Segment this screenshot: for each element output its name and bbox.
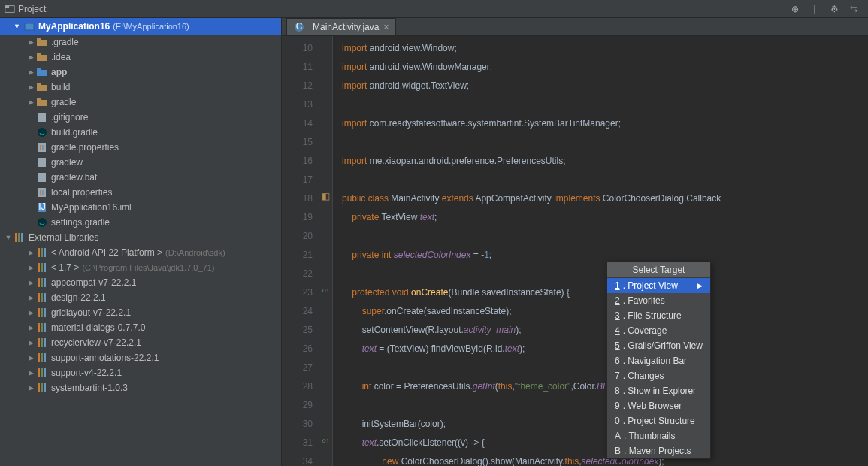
ext-lib-item[interactable]: ▶design-22.2.1 [0,290,281,305]
tree-item[interactable]: ▶gradle [0,95,281,110]
editor-tab[interactable]: C MainActivity.java × [286,18,396,35]
popup-title: Select Target [607,262,710,278]
svg-rect-28 [38,293,40,302]
library-icon [36,322,48,334]
svg-rect-40 [38,353,40,362]
ext-lib-item[interactable]: ▶gridlayout-v7-22.2.1 [0,305,281,320]
file-icon [36,156,48,168]
popup-item-grails-griffon-view[interactable]: 5. Grails/Griffon View [607,338,710,353]
tree-item[interactable]: local.properties [0,185,281,200]
project-icon [5,4,15,14]
editor-tabs: C MainActivity.java × [282,18,868,36]
svg-rect-45 [44,368,46,377]
ext-lib-item[interactable]: ▶< Android API 22 Platform > (D:\Android… [0,245,281,260]
tree-item[interactable]: .gitignore [0,110,281,125]
ext-lib-item[interactable]: ▶< 1.7 > (C:\Program Files\Java\jdk1.7.0… [0,260,281,275]
iml-icon: IJ [36,201,48,213]
tree-item[interactable]: ▶build [0,80,281,95]
popup-item-coverage[interactable]: 4. Coverage [607,323,710,338]
library-icon [36,262,48,274]
line-gutter: 1011121314151617181920212223242526272829… [282,36,319,466]
project-tree[interactable]: ▼ MyApplication16 (E:\MyApplication16) ▶… [0,18,282,466]
code-editor[interactable]: 1011121314151617181920212223242526272829… [282,36,868,466]
popup-item-thumbnails[interactable]: A. Thumbnails [607,428,710,443]
ext-lib-item[interactable]: ▶material-dialogs-0.7.7.0 [0,320,281,335]
props-icon [36,186,48,198]
file-icon [36,171,48,183]
popup-item-file-structure[interactable]: 3. File Structure [607,308,710,323]
svg-rect-30 [44,293,46,302]
popup-item-favorites[interactable]: 2. Favorites [607,293,710,308]
target-icon[interactable]: ⊕ [788,2,802,16]
popup-item-maven-projects[interactable]: B. Maven Projects [607,443,710,458]
tree-label: local.properties [51,187,112,198]
svg-rect-44 [41,368,43,377]
gutter-marks: ◧o↑o↑ [319,36,333,466]
svg-rect-21 [44,248,46,257]
select-target-popup: Select Target 1. Project View▶2. Favorit… [606,262,711,459]
svg-rect-12 [42,190,44,195]
folder-icon [36,51,48,63]
tree-label: gradle.properties [51,142,119,153]
tree-item[interactable]: gradlew.bat [0,170,281,185]
tree-item[interactable]: settings.gradle [0,215,281,230]
svg-rect-37 [38,338,40,347]
gear-icon[interactable]: ⚙ [827,2,841,16]
tree-item[interactable]: ▶.idea [0,50,281,65]
close-icon[interactable]: × [383,22,389,32]
lib-label: < Android API 22 Platform > [51,247,162,258]
popup-item-project-view[interactable]: 1. Project View▶ [607,278,710,293]
svg-rect-27 [44,278,46,287]
svg-rect-35 [41,323,43,332]
popup-item-show-in-explorer[interactable]: 8. Show in Explorer [607,383,710,398]
popup-item-project-structure[interactable]: 0. Project Structure [607,413,710,428]
tree-item[interactable]: ▶.gradle [0,35,281,50]
popup-item-navigation-bar[interactable]: 6. Navigation Bar [607,353,710,368]
svg-rect-22 [38,263,40,272]
tree-item[interactable]: ▶app [0,65,281,80]
tree-item[interactable]: IJMyApplication16.iml [0,200,281,215]
library-icon [36,292,48,304]
svg-rect-7 [42,145,44,150]
svg-rect-17 [18,233,20,242]
tree-item[interactable]: build.gradle [0,125,281,140]
code-content[interactable]: import android.view.Window;import androi… [333,36,868,466]
module-icon [23,20,35,32]
ext-lib-item[interactable]: ▶systembartint-1.0.3 [0,380,281,395]
popup-item-web-browser[interactable]: 9. Web Browser [607,398,710,413]
external-libs-header[interactable]: ▼ External Libraries [0,230,281,245]
ext-lib-item[interactable]: ▶support-v4-22.2.1 [0,365,281,380]
library-icon [36,277,48,289]
project-path: (E:\MyApplication16) [113,22,189,31]
svg-rect-11 [40,190,41,195]
ext-lib-item[interactable]: ▶recyclerview-v7-22.2.1 [0,335,281,350]
collapse-icon[interactable]: ⥃ [847,2,860,16]
divider: | [808,2,821,16]
svg-rect-9 [38,173,46,182]
lib-label: systembartint-1.0.3 [51,383,128,393]
popup-item-changes[interactable]: 7. Changes [607,368,710,383]
svg-rect-25 [38,278,40,287]
library-icon [36,382,48,394]
editor-pane: C MainActivity.java × 101112131415161718… [282,18,868,466]
project-toolbar: Project ⊕ | ⚙ ⥃ [0,0,868,18]
tree-label: gradlew [51,157,83,168]
svg-rect-46 [38,383,40,392]
lib-label: design-22.2.1 [51,292,106,303]
tree-item[interactable]: gradle.properties [0,140,281,155]
project-root[interactable]: ▼ MyApplication16 (E:\MyApplication16) [0,18,281,35]
lib-label: < 1.7 > [51,262,79,273]
ext-lib-item[interactable]: ▶support-annotations-22.2.1 [0,350,281,365]
library-icon [36,367,48,379]
svg-rect-18 [21,233,23,242]
tree-item[interactable]: gradlew [0,155,281,170]
svg-rect-1 [5,5,9,8]
library-icon [36,337,48,349]
tree-label: .idea [51,52,71,62]
lib-path: (C:\Program Files\Java\jdk1.7.0_71) [82,263,214,272]
lib-label: recyclerview-v7-22.2.1 [51,337,141,348]
ext-lib-item[interactable]: ▶appcompat-v7-22.2.1 [0,275,281,290]
folder-icon [36,81,48,93]
svg-point-4 [38,128,47,137]
svg-rect-34 [38,323,40,332]
